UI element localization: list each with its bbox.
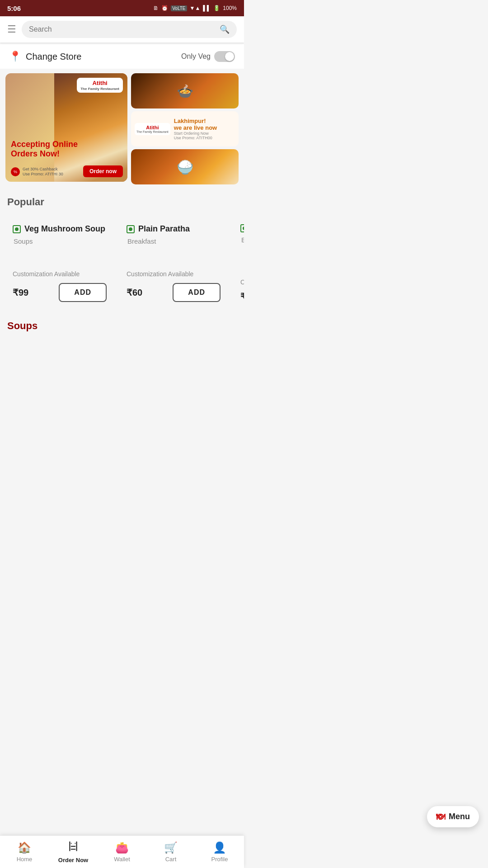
only-veg-label: Only Veg <box>181 52 211 61</box>
promo-banner-left[interactable]: Atithi The Family Restaurant Accepting O… <box>5 73 127 182</box>
banner-section: Atithi The Family Restaurant Accepting O… <box>0 69 244 189</box>
add-to-cart-button[interactable]: ADD <box>59 283 107 302</box>
popular-section-title: Popular <box>0 189 244 212</box>
toggle-knob <box>225 52 234 61</box>
product-price: ₹99 <box>13 287 28 298</box>
change-store-button[interactable]: Change Store <box>26 52 81 62</box>
product-category: Breakfast <box>127 237 221 245</box>
card-bottom: ₹99 ADD <box>13 283 107 302</box>
product-category: B <box>240 236 244 244</box>
status-icons: 🗎 ⏰ VoLTE ▼▲ ▌▌ 🔋 100% <box>153 5 237 11</box>
lakhimpur-text: Lakhimpur! we are live now Start Orderin… <box>174 118 217 140</box>
card-bottom: ₹60 ADD <box>127 283 221 302</box>
product-price: ₹60 <box>127 287 142 298</box>
store-left: 📍 Change Store <box>9 51 81 62</box>
customization-label: Customization Available <box>13 270 107 278</box>
product-card-plain-paratha: Plain Paratha Breakfast Customization Av… <box>119 215 228 309</box>
product-category: Soups <box>13 237 107 245</box>
customization-label: Customization Available <box>127 270 221 278</box>
signal-icon: ▌▌ <box>203 5 211 11</box>
card-name-row <box>240 224 244 232</box>
veg-indicator <box>240 224 244 232</box>
alarm-icon: ⏰ <box>161 5 168 11</box>
soups-section: Soups <box>0 313 244 335</box>
product-card-3: B C ₹ <box>233 215 244 309</box>
product-name: Veg Mushroom Soup <box>24 224 105 234</box>
order-now-button[interactable]: Order now <box>83 165 123 177</box>
only-veg-toggle[interactable] <box>214 51 235 62</box>
message-icon: 🗎 <box>153 5 159 11</box>
search-bar[interactable]: 🔍 <box>22 21 237 38</box>
product-price: ₹ <box>240 291 244 302</box>
banner-bg: Atithi The Family Restaurant Accepting O… <box>5 73 127 182</box>
popular-cards-row: Veg Mushroom Soup Soups Customization Av… <box>0 212 244 313</box>
customization-label: C <box>240 278 244 286</box>
banner-headline: Accepting Online Orders Now! <box>11 140 78 159</box>
card-name-row: Veg Mushroom Soup <box>13 224 107 234</box>
battery-percent: 100% <box>223 5 237 11</box>
product-name: Plain Paratha <box>138 224 190 234</box>
volte-badge: VoLTE <box>171 5 187 11</box>
header: ☰ 🔍 <box>0 16 244 42</box>
veg-indicator <box>13 225 21 233</box>
banner-right-column: 🍲 Atithi The Family Restaurant Lakhimpur… <box>131 73 239 184</box>
food-banner-bottom[interactable]: 🍚 <box>131 149 239 184</box>
food-banner-top[interactable]: 🍲 <box>131 73 239 108</box>
battery-icon: 🔋 <box>213 5 220 11</box>
brand-tagline: The Family Restaurant <box>80 87 119 91</box>
brand-logo: Atithi The Family Restaurant <box>77 78 123 93</box>
soups-section-title: Soups <box>7 320 237 332</box>
card-bottom: ₹ <box>240 291 244 302</box>
status-bar: 5:06 🗎 ⏰ VoLTE ▼▲ ▌▌ 🔋 100% <box>0 0 244 16</box>
search-input[interactable] <box>29 25 216 33</box>
hamburger-icon[interactable]: ☰ <box>7 24 16 35</box>
search-icon: 🔍 <box>220 24 230 34</box>
store-bar: 📍 Change Store Only Veg <box>0 44 244 69</box>
product-card-veg-mushroom-soup: Veg Mushroom Soup Soups Customization Av… <box>5 215 114 309</box>
banner-promo: % Get 30% Cashback Use Promo: ATITHI 30 <box>11 167 63 177</box>
wifi-icon: ▼▲ <box>190 5 201 11</box>
atithi-logo-small: Atithi The Family Restaurant <box>135 123 170 135</box>
only-veg-toggle-area: Only Veg <box>181 51 235 62</box>
veg-indicator <box>127 225 135 233</box>
lakhimpur-banner[interactable]: Atithi The Family Restaurant Lakhimpur! … <box>131 111 239 146</box>
add-to-cart-button[interactable]: ADD <box>173 283 221 302</box>
status-time: 5:06 <box>7 5 21 12</box>
card-name-row: Plain Paratha <box>127 224 221 234</box>
location-icon: 📍 <box>9 51 21 62</box>
promo-text: Get 30% Cashback Use Promo: ATITHI 30 <box>23 167 63 177</box>
promo-percent-icon: % <box>11 167 20 176</box>
